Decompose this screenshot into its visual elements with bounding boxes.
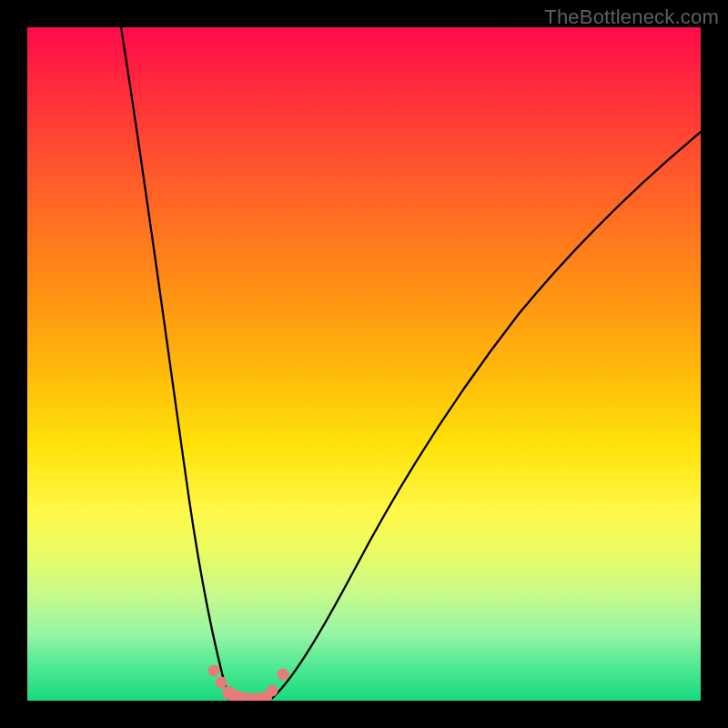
marker-dot — [267, 685, 278, 697]
marker-dot — [216, 677, 228, 689]
marker-trough-segment — [228, 693, 266, 700]
chart-stage: TheBottleneck.com — [0, 0, 728, 728]
marker-dot — [278, 669, 289, 681]
right-rising-curve — [229, 132, 701, 701]
curve-layer — [27, 27, 701, 701]
plot-area — [27, 27, 701, 701]
left-falling-curve — [121, 27, 229, 701]
watermark-text: TheBottleneck.com — [544, 5, 719, 29]
marker-dot — [208, 665, 220, 677]
